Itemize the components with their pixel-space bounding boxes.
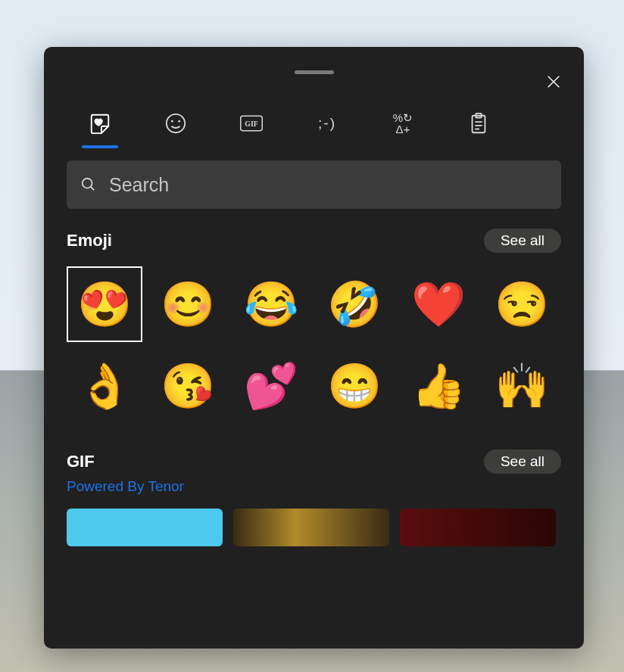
svg-line-11 <box>91 187 95 191</box>
smiley-icon <box>164 112 187 135</box>
emoji-section-title: Emoji <box>67 231 112 250</box>
emoji-joy[interactable]: 😂 <box>233 266 309 342</box>
gif-see-all-button[interactable]: See all <box>484 450 561 474</box>
emoji-heart-eyes[interactable]: 😍 <box>67 266 142 342</box>
gif-section-title: GIF <box>67 452 95 471</box>
svg-point-0 <box>167 114 185 132</box>
emoji-blush[interactable]: 😊 <box>150 266 226 342</box>
emoji-grin[interactable]: 😁 <box>317 348 392 424</box>
emoji-picker-panel: GIF ;-) %↻ Δ+ Emoji See all 😍😊😂🤣❤️😒👌😘💕😁👍… <box>44 47 584 649</box>
gif-thumbnails <box>44 495 584 546</box>
tab-gif[interactable]: GIF <box>229 103 274 144</box>
sticker-heart-icon <box>89 112 111 135</box>
svg-text:GIF: GIF <box>245 120 257 128</box>
search-icon <box>80 176 97 193</box>
svg-point-1 <box>171 120 173 123</box>
gif-thumbnail[interactable] <box>67 509 223 546</box>
emoji-unamused[interactable]: 😒 <box>484 266 560 342</box>
close-button[interactable] <box>537 65 570 98</box>
gif-icon: GIF <box>240 112 263 135</box>
search-row <box>44 144 584 209</box>
clipboard-icon <box>467 112 490 135</box>
gif-thumbnail[interactable] <box>233 509 389 546</box>
tab-emoji[interactable] <box>153 103 198 144</box>
tab-recent[interactable] <box>77 103 123 144</box>
emoji-ok-hand[interactable]: 👌 <box>67 348 142 424</box>
svg-point-2 <box>178 120 180 123</box>
emoji-grid: 😍😊😂🤣❤️😒👌😘💕😁👍🙌 <box>67 265 561 424</box>
gif-thumbnail[interactable] <box>400 509 556 546</box>
emoji-two-hearts[interactable]: 💕 <box>233 348 309 424</box>
emoji-rofl[interactable]: 🤣 <box>317 266 392 342</box>
kaomoji-icon: ;-) <box>318 115 336 132</box>
emoji-section: Emoji See all 😍😊😂🤣❤️😒👌😘💕😁👍🙌 <box>44 209 584 424</box>
emoji-raising-hands[interactable]: 🙌 <box>484 348 560 424</box>
drag-handle[interactable] <box>295 70 334 74</box>
gif-section: GIF See all Powered By Tenor <box>44 424 584 495</box>
emoji-thumbs-up[interactable]: 👍 <box>401 348 476 424</box>
emoji-kissing-heart[interactable]: 😘 <box>150 348 226 424</box>
close-icon <box>545 73 562 90</box>
emoji-see-all-button[interactable]: See all <box>484 229 561 253</box>
symbols-icon: %↻ Δ+ <box>393 112 413 135</box>
tab-clipboard[interactable] <box>456 103 501 144</box>
search-input[interactable] <box>109 174 548 196</box>
panel-header <box>44 47 584 97</box>
category-tabs: GIF ;-) %↻ Δ+ <box>44 97 584 144</box>
search-box[interactable] <box>67 160 561 209</box>
svg-point-10 <box>83 179 92 188</box>
emoji-red-heart[interactable]: ❤️ <box>401 266 476 342</box>
tenor-attribution: Powered By Tenor <box>67 478 561 495</box>
tab-kaomoji[interactable]: ;-) <box>304 103 350 144</box>
tab-symbols[interactable]: %↻ Δ+ <box>380 103 426 144</box>
